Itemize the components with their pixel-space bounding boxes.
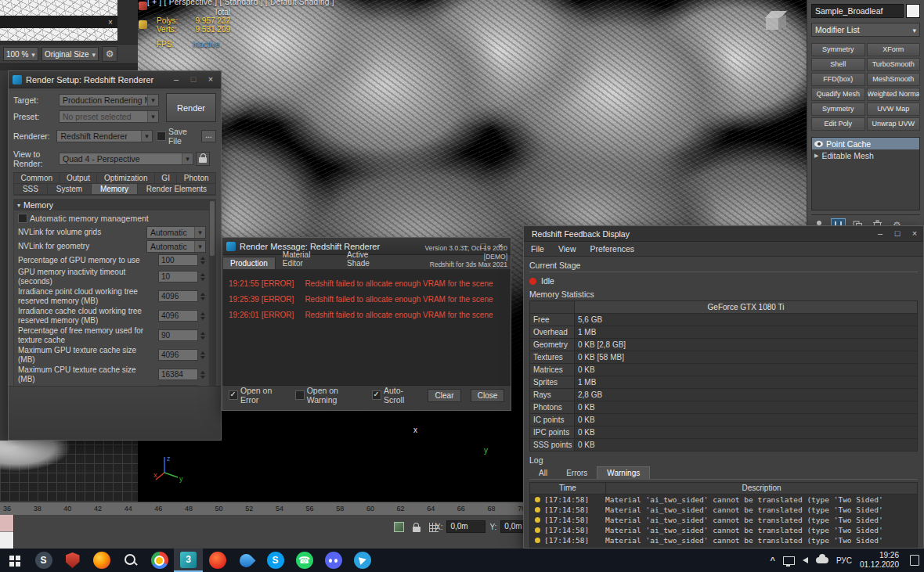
value-spinner[interactable]: 10: [158, 271, 198, 282]
browse-file-button[interactable]: ...: [201, 130, 216, 142]
modifier-button[interactable]: Weighted Normals: [867, 88, 921, 101]
panel-scrollbar[interactable]: [209, 200, 215, 397]
language-indicator[interactable]: РУС: [836, 556, 852, 565]
taskbar-skype[interactable]: S: [261, 549, 290, 572]
stack-item-editable-mesh[interactable]: ▶ Editable Mesh: [812, 149, 919, 161]
tab-output[interactable]: Output: [60, 173, 97, 184]
modifier-button[interactable]: Unwrap UVW: [867, 117, 921, 131]
modifier-list-dropdown[interactable]: Modifier List: [811, 23, 920, 37]
listener-macro-row[interactable]: [0, 515, 13, 532]
modifier-button[interactable]: FFD(box): [811, 73, 865, 86]
isolate-selection-icon[interactable]: [393, 521, 405, 533]
warning-log-list[interactable]: [17:14:58] Material 'ai_two_sided' canno…: [529, 494, 918, 549]
value-spinner[interactable]: 4096: [158, 310, 198, 322]
feedback-titlebar[interactable]: Redshift Feedback Display – □ ×: [524, 226, 923, 242]
menu-preferences[interactable]: Preferences: [583, 244, 642, 254]
minimize-icon[interactable]: –: [872, 226, 889, 241]
render-button[interactable]: Render: [166, 93, 216, 122]
taskbar-app-s[interactable]: S: [29, 549, 58, 572]
memory-rollout-header[interactable]: ▾ Memory: [14, 200, 215, 210]
close-icon[interactable]: ×: [906, 226, 923, 241]
menu-file[interactable]: File: [524, 244, 551, 254]
timeline-track-bar[interactable]: 36384042444648505254565860626466687072: [0, 502, 579, 515]
warning-log-row[interactable]: [17:14:58] Material 'ai_two_sided' canno…: [530, 495, 917, 505]
clock[interactable]: 19:26 01.12.2020: [860, 551, 899, 570]
tab-sss[interactable]: SSS: [14, 184, 48, 195]
clear-button[interactable]: Clear: [428, 389, 461, 402]
viewport-label[interactable]: [ + ] [ Perspective ] [ Standard ] [ Def…: [147, 0, 334, 6]
taskbar-whatsapp[interactable]: [290, 549, 319, 572]
warning-log-row[interactable]: [17:14:58] Material 'ai_two_sided' canno…: [530, 515, 917, 525]
listener-script-row[interactable]: [0, 532, 13, 549]
taskbar-telegram[interactable]: [348, 549, 377, 572]
maximize-icon[interactable]: □: [889, 226, 906, 241]
taskbar-search[interactable]: [116, 549, 145, 572]
tab-gi[interactable]: GI: [155, 173, 177, 184]
tab-common[interactable]: Common: [14, 173, 60, 184]
tray-expand-icon[interactable]: ^: [770, 556, 774, 565]
visibility-eye-icon[interactable]: [814, 141, 823, 147]
volume-icon[interactable]: [803, 557, 808, 563]
stack-item-point-cache[interactable]: Point Cache: [812, 138, 919, 149]
render-message-log[interactable]: 19:21:55 [ERROR] Redshift failed to allo…: [222, 270, 511, 386]
value-spinner[interactable]: 4096: [158, 290, 198, 302]
modifier-button[interactable]: UVW Map: [867, 103, 921, 116]
x-coordinate-field[interactable]: 0,0m: [446, 520, 485, 533]
viewcube[interactable]: [762, 9, 795, 41]
warning-log-row[interactable]: [17:14:58] Material 'ai_two_sided' canno…: [530, 535, 917, 545]
modifier-button[interactable]: MeshSmooth: [867, 73, 921, 86]
tab-render-elements[interactable]: Render Elements: [138, 184, 215, 195]
modifier-button[interactable]: TurboSmooth: [867, 58, 921, 71]
tab-memory[interactable]: Memory: [92, 184, 138, 195]
maximize-icon[interactable]: □: [185, 72, 202, 87]
auto-scroll-checkbox[interactable]: [372, 390, 381, 400]
taskbar-3dsmax[interactable]: 3: [174, 549, 203, 572]
tab-production[interactable]: Production: [222, 257, 276, 269]
warning-log-row[interactable]: [17:14:58] Material 'ai_two_sided' canno…: [530, 505, 917, 515]
object-color-swatch[interactable]: [906, 4, 920, 18]
spinner-arrows-icon[interactable]: [199, 369, 206, 380]
zoom-select[interactable]: 100 %: [3, 47, 38, 61]
spinner-arrows-icon[interactable]: [199, 254, 206, 266]
selection-lock-icon[interactable]: [410, 521, 422, 533]
lock-view-button[interactable]: [196, 152, 210, 166]
orthographic-viewport-corner[interactable]: [0, 441, 138, 502]
minimize-icon[interactable]: –: [168, 72, 185, 87]
expand-arrow-icon[interactable]: ▶: [814, 153, 818, 159]
tab-optimization[interactable]: Optimization: [97, 173, 154, 184]
modifier-button[interactable]: Edit Poly: [811, 117, 865, 131]
save-file-checkbox[interactable]: [157, 131, 166, 141]
log-tab-warnings[interactable]: Warnings: [597, 466, 650, 479]
render-setup-titlebar[interactable]: Render Setup: Redshift Renderer – □ ×: [9, 71, 221, 88]
taskbar-chrome[interactable]: [145, 549, 174, 572]
close-icon[interactable]: ×: [202, 72, 219, 87]
spinner-arrows-icon[interactable]: [199, 349, 206, 361]
preset-select[interactable]: No preset selected: [59, 110, 159, 123]
warning-log-row[interactable]: [17:14:58] Material 'ai_two_sided' canno…: [530, 525, 917, 535]
modifier-button[interactable]: Quadify Mesh: [811, 88, 865, 101]
taskbar-paint-app[interactable]: [232, 549, 261, 572]
menu-view[interactable]: View: [551, 244, 583, 254]
taskbar-discord[interactable]: [319, 549, 348, 572]
view-to-render-select[interactable]: Quad 4 - Perspective: [59, 153, 193, 165]
tab-system[interactable]: System: [48, 184, 92, 195]
close-button[interactable]: Close: [471, 389, 504, 402]
modifier-button[interactable]: XForm: [867, 43, 921, 56]
value-spinner[interactable]: 90: [158, 329, 198, 341]
modifier-button[interactable]: Symmetry: [811, 43, 865, 56]
display-icon[interactable]: [783, 556, 795, 565]
target-select[interactable]: Production Rendering Mode: [59, 94, 159, 106]
tab-photon[interactable]: Photon: [177, 173, 215, 184]
value-spinner[interactable]: 4096: [158, 349, 198, 361]
gear-icon[interactable]: [102, 46, 117, 62]
maxscript-mini-listener[interactable]: [0, 515, 14, 549]
taskbar-firefox[interactable]: [87, 549, 116, 572]
tab-material-editor[interactable]: Material Editor: [276, 249, 340, 269]
start-button[interactable]: [0, 549, 29, 572]
object-name-field[interactable]: Sample_Broadleaf: [811, 4, 904, 18]
modifier-button[interactable]: Shell: [811, 58, 865, 71]
log-tab-all[interactable]: All: [529, 467, 557, 479]
taskbar-security[interactable]: [58, 549, 87, 572]
value-spinner[interactable]: 100: [158, 254, 198, 266]
value-spinner[interactable]: 16384: [158, 369, 198, 380]
